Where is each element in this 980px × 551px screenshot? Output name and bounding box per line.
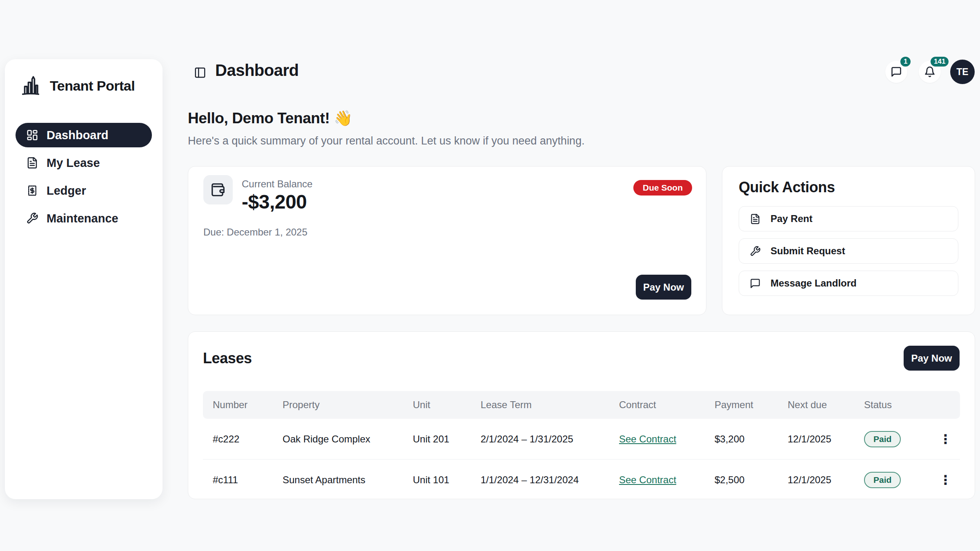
quick-actions-title: Quick Actions (739, 179, 958, 196)
action-label: Submit Request (771, 245, 845, 257)
column-header-contract: Contract (609, 399, 705, 411)
lease-property: Oak Ridge Complex (273, 433, 403, 445)
current-balance-card: Current Balance -$3,200 Due Soon Due: De… (188, 166, 706, 315)
lease-term: 1/1/2024 – 12/31/2024 (471, 474, 609, 486)
sidebar-item-label: My Lease (47, 156, 100, 170)
greeting-title: Hello, Demo Tenant! 👋 (188, 109, 352, 127)
message-landlord-button[interactable]: Message Landlord (739, 271, 958, 296)
column-header-payment: Payment (705, 399, 778, 411)
balance-amount: -$3,200 (242, 191, 312, 213)
column-header-number: Number (203, 399, 273, 411)
tenant-portal-app: Tenant Portal Dashboard My Lease (0, 0, 980, 551)
sidebar-item-my-lease[interactable]: My Lease (16, 151, 152, 175)
messages-count-badge: 1 (899, 56, 912, 68)
kebab-menu-icon[interactable]: ⋮ (931, 431, 960, 447)
status-badge: Paid (864, 431, 901, 447)
lease-unit: Unit 101 (403, 474, 471, 486)
submit-request-button[interactable]: Submit Request (739, 238, 958, 264)
sidebar-item-dashboard[interactable]: Dashboard (16, 123, 152, 147)
user-avatar[interactable]: TE (950, 60, 975, 84)
lease-property: Sunset Apartments (273, 474, 403, 486)
sidebar-item-label: Ledger (47, 184, 86, 198)
wrench-icon (26, 212, 38, 224)
balance-text-block: Current Balance -$3,200 (242, 175, 312, 213)
column-header-unit: Unit (403, 399, 471, 411)
greeting-subtitle: Here's a quick summary of your rental ac… (188, 135, 585, 147)
bell-icon (924, 66, 935, 78)
wave-emoji: 👋 (334, 110, 352, 127)
lease-next-due: 12/1/2025 (778, 474, 854, 486)
wallet-icon (210, 182, 226, 198)
dashboard-grid-icon (26, 129, 38, 141)
table-header-row: Number Property Unit Lease Term Contract… (203, 391, 960, 419)
leases-table: Number Property Unit Lease Term Contract… (203, 391, 960, 499)
wallet-icon-tile (203, 175, 233, 204)
brand: Tenant Portal (19, 74, 163, 98)
lease-payment: $3,200 (705, 433, 778, 445)
panel-left-icon (194, 67, 206, 79)
see-contract-link[interactable]: See Contract (619, 433, 676, 444)
wrench-icon (750, 246, 761, 257)
table-row: #c111 Sunset Apartments Unit 101 1/1/202… (203, 460, 960, 499)
column-header-lease-term: Lease Term (471, 399, 609, 411)
pay-rent-button[interactable]: Pay Rent (739, 206, 958, 231)
balance-label: Current Balance (242, 178, 312, 190)
lease-next-due: 12/1/2025 (778, 433, 854, 445)
balance-summary: Current Balance -$3,200 (203, 175, 312, 213)
table-row: #c222 Oak Ridge Complex Unit 201 2/1/202… (203, 419, 960, 460)
status-badge: Paid (864, 472, 901, 488)
lease-unit: Unit 201 (403, 433, 471, 445)
leases-title: Leases (203, 350, 252, 367)
due-soon-badge: Due Soon (633, 180, 692, 196)
lease-term: 2/1/2024 – 1/31/2025 (471, 433, 609, 445)
see-contract-link[interactable]: See Contract (619, 474, 676, 485)
notifications-count-badge: 141 (929, 56, 950, 68)
page-title: Dashboard (215, 61, 298, 80)
leases-card: Leases Pay Now Number Property Unit Leas… (188, 331, 975, 499)
quick-actions-card: Quick Actions Pay Rent Submit Request Me… (722, 166, 975, 315)
sidebar-item-ledger[interactable]: Ledger (16, 178, 152, 203)
document-icon (750, 213, 761, 224)
action-label: Message Landlord (771, 278, 857, 289)
sidebar-item-label: Dashboard (47, 129, 108, 142)
sidebar-nav: Dashboard My Lease Ledger (5, 123, 163, 231)
due-date-text: Due: December 1, 2025 (203, 227, 307, 238)
kebab-menu-icon[interactable]: ⋮ (931, 472, 960, 488)
sidebar-item-label: Maintenance (47, 212, 118, 225)
document-icon (26, 157, 38, 169)
lease-number: #c222 (203, 433, 273, 445)
sidebar: Tenant Portal Dashboard My Lease (5, 59, 163, 499)
sidebar-toggle-button[interactable] (191, 64, 209, 82)
sidebar-item-maintenance[interactable]: Maintenance (16, 206, 152, 231)
pay-now-button[interactable]: Pay Now (636, 275, 691, 300)
leases-pay-now-button[interactable]: Pay Now (904, 346, 960, 371)
column-header-property: Property (273, 399, 403, 411)
column-header-next-due: Next due (778, 399, 854, 411)
lease-number: #c111 (203, 474, 273, 486)
lease-payment: $2,500 (705, 474, 778, 486)
receipt-dollar-icon (26, 184, 38, 197)
column-header-status: Status (854, 399, 931, 411)
action-label: Pay Rent (771, 213, 813, 224)
chat-bubble-icon (750, 278, 761, 289)
city-buildings-icon (19, 74, 42, 98)
brand-title: Tenant Portal (50, 78, 135, 94)
chat-bubble-icon (891, 66, 902, 78)
